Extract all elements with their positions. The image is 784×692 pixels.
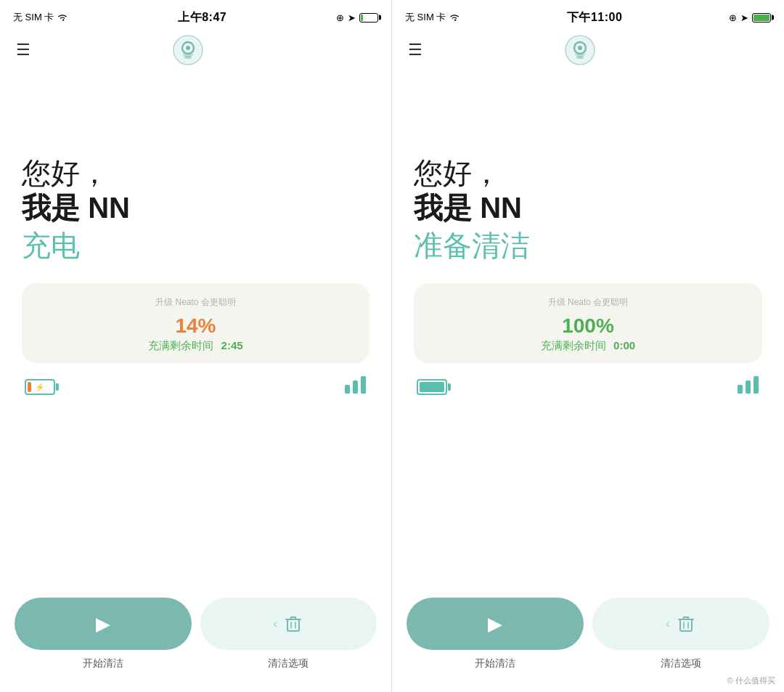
svg-point-16 (578, 46, 582, 50)
svg-rect-18 (738, 385, 743, 394)
right-chart-icon[interactable] (738, 375, 759, 399)
right-battery-percent: 100% (431, 314, 745, 338)
left-app-logo[interactable] (173, 35, 203, 65)
right-action-labels: 开始清洁 清洁选项 (392, 657, 784, 692)
right-battery-icon (752, 13, 771, 23)
left-phone-screen: 无 SIM 卡 上午8:47 ⊕ ➤ ☰ (0, 0, 392, 692)
right-main-content: 您好， 我是 NN 准备清洁 升级 Neato 会更聪明 100% 充满剩余时间… (392, 68, 784, 583)
svg-rect-20 (754, 376, 759, 394)
right-charge-time-row: 充满剩余时间 0:00 (431, 339, 745, 353)
right-start-button[interactable]: ▶ (407, 598, 584, 650)
left-battery-indicator-fill (28, 382, 31, 392)
svg-point-2 (186, 46, 190, 50)
right-battery-indicator-wrap (417, 379, 447, 395)
svg-rect-5 (353, 380, 358, 394)
left-play-icon: ▶ (96, 613, 110, 635)
right-play-icon: ▶ (488, 613, 502, 635)
svg-rect-3 (184, 56, 192, 59)
right-card-bottom (414, 375, 762, 399)
left-charge-time-value: 2:45 (221, 339, 243, 351)
left-chevron-left-icon: ‹ (274, 617, 277, 630)
left-battery-fill (361, 15, 363, 21)
right-greeting-line2: 我是 NN (414, 190, 762, 225)
right-status-right: ⊕ ➤ (729, 12, 771, 23)
left-greeting-line1: 您好， (22, 155, 369, 190)
left-hamburger-icon[interactable]: ☰ (16, 42, 30, 58)
left-battery-icon (359, 13, 378, 23)
svg-rect-4 (345, 385, 350, 394)
right-signal-text: 无 SIM 卡 (405, 11, 446, 24)
left-nav-bar: ☰ (0, 32, 391, 68)
left-options-button[interactable]: ‹ (200, 598, 377, 650)
right-time: 下午11:00 (567, 10, 622, 25)
right-status-label: 准备清洁 (414, 228, 762, 263)
left-greeting-section: 您好， 我是 NN 充电 (22, 155, 369, 263)
left-direction-icon: ➤ (348, 12, 356, 23)
left-status-bar: 无 SIM 卡 上午8:47 ⊕ ➤ (0, 0, 391, 32)
left-lightning-icon: ⚡ (35, 382, 45, 391)
left-wifi-icon (57, 13, 68, 22)
left-options-label: 清洁选项 (200, 657, 377, 670)
right-phone-screen: 无 SIM 卡 下午11:00 ⊕ ➤ ☰ (392, 0, 784, 692)
left-status-left: 无 SIM 卡 (13, 11, 68, 24)
watermark: © 什么值得买 (727, 675, 775, 686)
left-time: 上午8:47 (178, 10, 226, 25)
left-upgrade-hint: 升级 Neato 会更聪明 (39, 296, 352, 309)
right-chevron-left-icon: ‹ (666, 617, 669, 630)
right-wifi-icon (449, 13, 460, 22)
right-trash-icon (676, 614, 696, 634)
right-battery-indicator (417, 379, 447, 395)
left-start-button[interactable]: ▶ (15, 598, 192, 650)
right-greeting-line1: 您好， (414, 155, 762, 190)
left-greeting-line2: 我是 NN (22, 190, 369, 225)
right-app-logo[interactable] (565, 35, 595, 65)
right-status-left: 无 SIM 卡 (405, 11, 460, 24)
left-charge-time-row: 充满剩余时间 2:45 (39, 339, 352, 353)
left-status-card: 升级 Neato 会更聪明 14% 充满剩余时间 2:45 (22, 283, 369, 363)
left-location-icon: ⊕ (336, 12, 344, 23)
left-trash-icon (283, 614, 303, 634)
left-battery-indicator-wrap: ⚡ (25, 379, 55, 395)
left-status-right: ⊕ ➤ (336, 12, 378, 23)
right-status-bar: 无 SIM 卡 下午11:00 ⊕ ➤ (392, 0, 784, 32)
right-upgrade-hint: 升级 Neato 会更聪明 (431, 296, 745, 309)
left-card-bottom: ⚡ (22, 375, 369, 399)
right-options-button[interactable]: ‹ (592, 598, 769, 650)
right-greeting-section: 您好， 我是 NN 准备清洁 (414, 155, 762, 263)
left-battery-indicator: ⚡ (25, 379, 55, 395)
left-signal-text: 无 SIM 卡 (13, 11, 54, 24)
right-hamburger-icon[interactable]: ☰ (408, 42, 422, 58)
svg-rect-7 (287, 619, 299, 631)
right-start-label: 开始清洁 (407, 657, 584, 670)
left-start-label: 开始清洁 (15, 657, 192, 670)
left-action-labels: 开始清洁 清洁选项 (0, 657, 391, 692)
svg-rect-21 (680, 619, 692, 631)
left-battery-percent: 14% (39, 314, 352, 338)
right-charge-time-value: 0:00 (613, 339, 635, 351)
right-status-card: 升级 Neato 会更聪明 100% 充满剩余时间 0:00 (414, 283, 762, 363)
left-main-content: 您好， 我是 NN 充电 升级 Neato 会更聪明 14% 充满剩余时间 2:… (0, 68, 391, 583)
svg-rect-17 (576, 56, 584, 59)
svg-rect-6 (361, 376, 366, 394)
right-nav-bar: ☰ (392, 32, 784, 68)
svg-rect-19 (746, 380, 751, 394)
right-location-icon: ⊕ (729, 12, 737, 23)
right-battery-indicator-fill (420, 382, 444, 392)
left-chart-icon[interactable] (345, 375, 367, 399)
right-options-label: 清洁选项 (592, 657, 769, 670)
right-battery-fill (754, 15, 769, 21)
left-status-label: 充电 (22, 228, 369, 263)
right-direction-icon: ➤ (740, 12, 748, 23)
